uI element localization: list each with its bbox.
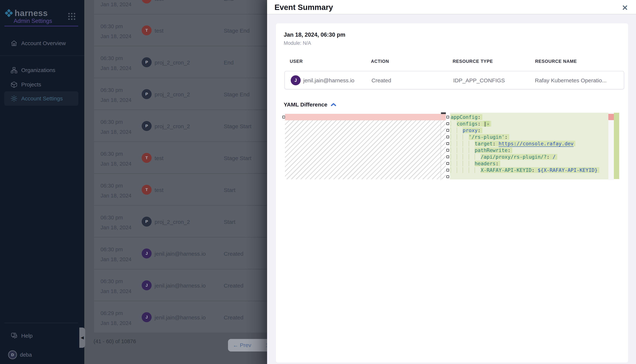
- diff-line-marker[interactable]: [446, 122, 449, 125]
- row-time: 06:30 pm: [101, 24, 123, 30]
- event-summary-drawer: Event Summary ✕ Jan 18, 2024, 06:30 pm M…: [267, 0, 636, 364]
- sidebar-divider: [0, 56, 84, 56]
- diff-line-marker[interactable]: [446, 149, 449, 152]
- event-resource-name: Rafay Kubernetes Operatio...: [535, 77, 607, 84]
- diff-original-pane: [285, 112, 446, 180]
- user-menu[interactable]: D deba: [8, 350, 32, 359]
- table-row[interactable]: 06:30 pm Jan 18, 2024 P proj_2_cron_2 St…: [94, 110, 267, 141]
- row-action: Start: [224, 187, 235, 193]
- empty-diff-filler: [285, 120, 446, 179]
- row-action: Created: [224, 314, 244, 321]
- diff-line-marker[interactable]: [446, 116, 449, 118]
- diff-line-marker[interactable]: [282, 116, 285, 118]
- row-user: proj_2_cron_2: [155, 60, 190, 66]
- drawer-title: Event Summary: [275, 3, 333, 12]
- row-action: Start: [224, 219, 235, 225]
- code-line: X-RAFAY-API-KEYID: ${X-RAFAY-API-KEYID}: [450, 167, 608, 174]
- column-header-resource-name: RESOURCE NAME: [535, 59, 577, 64]
- row-time: 06:30 pm: [101, 183, 123, 189]
- organizations-icon: [11, 67, 18, 74]
- row-date: Jan 18, 2024: [101, 256, 131, 262]
- row-date: Jan 18, 2024: [101, 129, 131, 135]
- app-grid-icon[interactable]: [68, 13, 75, 20]
- row-date: Jan 18, 2024: [101, 65, 131, 71]
- table-row[interactable]: 06:29 pm Jan 18, 2024 J jenil.jain@harne…: [94, 301, 267, 332]
- diff-line-marker[interactable]: [446, 162, 449, 165]
- close-icon[interactable]: ✕: [620, 2, 630, 13]
- table-row[interactable]: Jan 18, 2024 T test End: [94, 0, 267, 14]
- row-date: Jan 18, 2024: [101, 33, 131, 40]
- sidebar-item-label: Account Settings: [21, 96, 63, 102]
- audit-log-table: Jan 18, 2024 T test End 06:30 pm Jan 18,…: [94, 0, 267, 333]
- sidebar-accent-divider: [5, 26, 78, 26]
- table-row[interactable]: 06:30 pm Jan 18, 2024 J jenil.jain@harne…: [94, 238, 267, 269]
- overview-added-mark: [614, 113, 619, 179]
- column-header-action: ACTION: [371, 59, 389, 64]
- diff-line-marker[interactable]: [446, 156, 449, 158]
- row-user: jenil.jain@harness.io: [155, 314, 206, 321]
- table-row[interactable]: 06:30 pm Jan 18, 2024 T test Stage Start: [94, 142, 267, 173]
- event-detail-row: J jenil.jain@harness.io Created IDP_APP_…: [284, 71, 624, 89]
- diff-line-marker[interactable]: [446, 169, 449, 172]
- sidebar: harness Admin Settings Account Overview …: [0, 0, 84, 364]
- drawer-header: Event Summary ✕: [267, 0, 636, 14]
- row-user: proj_2_cron_2: [155, 91, 190, 98]
- sidebar-item-projects[interactable]: Projects: [4, 77, 78, 92]
- sidebar-item-help[interactable]: Help: [4, 329, 78, 343]
- row-time: 06:30 pm: [101, 246, 123, 252]
- table-row[interactable]: 06:30 pm Jan 18, 2024 T test Start: [94, 174, 267, 205]
- sidebar-item-organizations[interactable]: Organizations: [4, 63, 78, 77]
- removed-line: [285, 114, 446, 120]
- sidebar-item-label: Help: [21, 333, 33, 339]
- event-user: jenil.jain@harness.io: [303, 77, 354, 84]
- table-row[interactable]: 06:30 pm Jan 18, 2024 J jenil.jain@harne…: [94, 270, 267, 301]
- diff-line-marker[interactable]: [446, 129, 449, 132]
- row-time: 06:30 pm: [101, 87, 123, 93]
- row-date: Jan 18, 2024: [101, 193, 131, 199]
- diff-line-marker[interactable]: [446, 175, 449, 178]
- row-date: Jan 18, 2024: [101, 320, 131, 326]
- collapse-arrow-icon: ◀: [81, 335, 84, 340]
- row-time: 06:30 pm: [101, 55, 123, 61]
- event-summary-card: Jan 18, 2024, 06:30 pm Module: N/A USER …: [276, 24, 628, 362]
- target-url-link[interactable]: https://console.rafay.dev: [499, 141, 573, 146]
- sidebar-item-account-settings[interactable]: Account Settings: [4, 91, 78, 106]
- user-avatar: D: [8, 350, 17, 359]
- yaml-code: appConfig: configs: |- proxy: '/rs-plugi…: [450, 114, 608, 174]
- sidebar-item-label: Account Overview: [21, 40, 66, 46]
- row-date: Jan 18, 2024: [101, 288, 131, 294]
- sidebar-item-account-overview[interactable]: Account Overview: [4, 36, 78, 50]
- diff-line-marker[interactable]: [446, 142, 449, 145]
- event-module: Module: N/A: [284, 40, 311, 46]
- code-line: '/rs-plugin':: [450, 134, 608, 140]
- avatar: T: [142, 153, 152, 163]
- table-row[interactable]: 06:30 pm Jan 18, 2024 P proj_2_cron_2 St…: [94, 206, 267, 237]
- code-line: headers:: [450, 160, 608, 167]
- user-name: deba: [20, 352, 32, 358]
- chevron-up-icon: [331, 102, 336, 107]
- avatar: J: [142, 280, 152, 290]
- row-action: Created: [224, 282, 244, 289]
- diff-splitter[interactable]: [441, 112, 441, 180]
- avatar: J: [142, 248, 152, 258]
- sidebar-subtitle: Admin Settings: [14, 18, 52, 24]
- row-action: End: [224, 60, 234, 66]
- avatar: T: [142, 185, 152, 195]
- row-user: jenil.jain@harness.io: [155, 282, 206, 289]
- row-user: proj_2_cron_2: [155, 123, 190, 130]
- diff-splitter-thumb[interactable]: [441, 112, 446, 114]
- event-resource-type: IDP_APP_CONFIGS: [453, 77, 505, 84]
- diff-scrollbar-track[interactable]: [608, 112, 614, 180]
- table-row[interactable]: 06:30 pm Jan 18, 2024 T test Stage End: [94, 14, 267, 46]
- sidebar-item-label: Organizations: [21, 67, 55, 73]
- table-row[interactable]: 06:30 pm Jan 18, 2024 P proj_2_cron_2 En…: [94, 46, 267, 78]
- column-header-resource-type: RESOURCE TYPE: [453, 59, 493, 64]
- yaml-difference-toggle[interactable]: YAML Difference: [284, 102, 336, 108]
- table-row[interactable]: 06:30 pm Jan 18, 2024 P proj_2_cron_2 St…: [94, 78, 267, 110]
- row-time: 06:30 pm: [101, 278, 123, 284]
- home-icon: [11, 40, 18, 47]
- diff-line-marker[interactable]: [446, 136, 449, 138]
- avatar: P: [142, 217, 152, 226]
- yaml-diff-viewer: appConfig: configs: |- proxy: '/rs-plugi…: [282, 112, 619, 180]
- sidebar-collapse-handle[interactable]: ◀: [79, 328, 85, 348]
